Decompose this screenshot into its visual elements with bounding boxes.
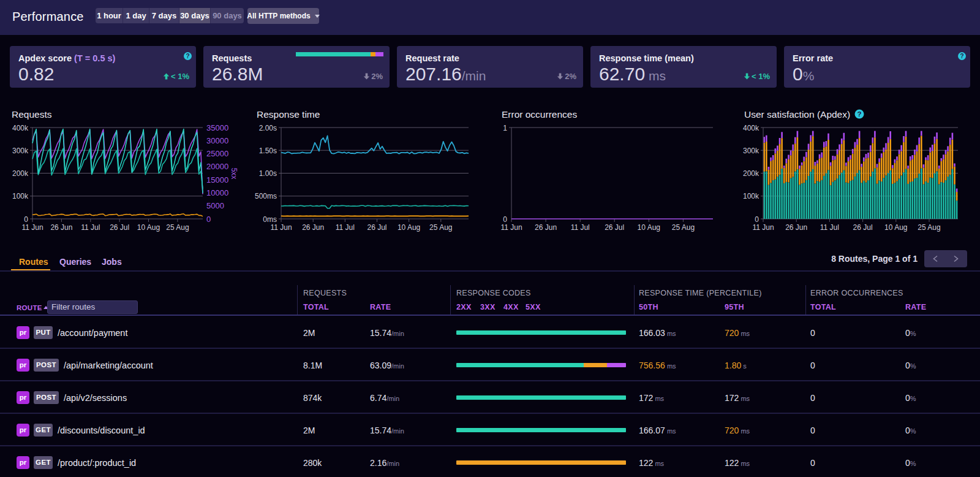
svg-text:26 Jul: 26 Jul	[853, 223, 873, 232]
svg-text:11 Jul: 11 Jul	[336, 223, 355, 232]
svg-text:0: 0	[755, 215, 759, 224]
svg-text:11 Jul: 11 Jul	[820, 223, 839, 232]
svg-text:26 Jun: 26 Jun	[302, 223, 324, 232]
svg-text:11 Jul: 11 Jul	[81, 223, 100, 232]
svg-text:30000: 30000	[206, 136, 228, 145]
svg-text:User satisfaction (Apdex): User satisfaction (Apdex)	[744, 109, 850, 120]
svg-text:10 Aug: 10 Aug	[638, 223, 660, 232]
svg-text:26 Jul: 26 Jul	[605, 223, 624, 232]
svg-text:1.00s: 1.00s	[259, 169, 277, 178]
svg-text:26 Jun: 26 Jun	[50, 223, 72, 232]
svg-text:35000: 35000	[206, 123, 228, 132]
svg-text:Response time: Response time	[257, 109, 320, 120]
svg-text:1: 1	[503, 124, 507, 132]
svg-text:10 Aug: 10 Aug	[137, 223, 160, 232]
svg-text:10 Aug: 10 Aug	[398, 223, 420, 232]
svg-text:200k: 200k	[743, 169, 760, 178]
svg-text:Requests: Requests	[12, 109, 52, 120]
svg-text:400k: 400k	[12, 124, 29, 132]
svg-text:11 Jun: 11 Jun	[752, 223, 774, 232]
svg-text:15000: 15000	[206, 175, 228, 185]
svg-text:25000: 25000	[206, 149, 228, 158]
svg-text:0: 0	[24, 215, 28, 224]
svg-text:11 Jul: 11 Jul	[571, 223, 590, 232]
svg-text:11 Jun: 11 Jun	[500, 223, 522, 232]
svg-text:300k: 300k	[743, 147, 760, 155]
svg-text:2.00s: 2.00s	[259, 124, 277, 132]
svg-text:200k: 200k	[12, 169, 29, 178]
svg-text:1.50s: 1.50s	[259, 147, 277, 155]
svg-text:20000: 20000	[206, 162, 228, 171]
svg-text:26 Jun: 26 Jun	[785, 223, 807, 232]
svg-text:300k: 300k	[12, 147, 29, 155]
svg-text:5xx: 5xx	[230, 168, 238, 180]
svg-text:25 Aug: 25 Aug	[918, 223, 940, 232]
svg-text:26 Jul: 26 Jul	[367, 223, 386, 232]
svg-text:11 Jun: 11 Jun	[21, 223, 43, 232]
svg-text:100k: 100k	[743, 192, 760, 200]
svg-text:?: ?	[857, 110, 861, 118]
svg-text:10 Aug: 10 Aug	[884, 223, 907, 232]
svg-text:5000: 5000	[206, 201, 224, 210]
svg-text:11 Jun: 11 Jun	[270, 223, 292, 232]
svg-text:26 Jun: 26 Jun	[535, 223, 557, 232]
svg-text:26 Jul: 26 Jul	[110, 223, 129, 232]
svg-text:400k: 400k	[743, 124, 760, 132]
svg-text:0: 0	[206, 215, 211, 224]
svg-text:500ms: 500ms	[255, 192, 277, 200]
svg-text:Error occurrences: Error occurrences	[502, 109, 577, 120]
svg-text:25 Aug: 25 Aug	[429, 223, 452, 232]
svg-text:25 Aug: 25 Aug	[166, 223, 189, 232]
svg-text:100k: 100k	[12, 192, 29, 200]
svg-text:10000: 10000	[206, 188, 228, 197]
svg-text:25 Aug: 25 Aug	[672, 223, 695, 232]
svg-text:0: 0	[503, 215, 507, 224]
svg-text:0ms: 0ms	[263, 215, 277, 224]
